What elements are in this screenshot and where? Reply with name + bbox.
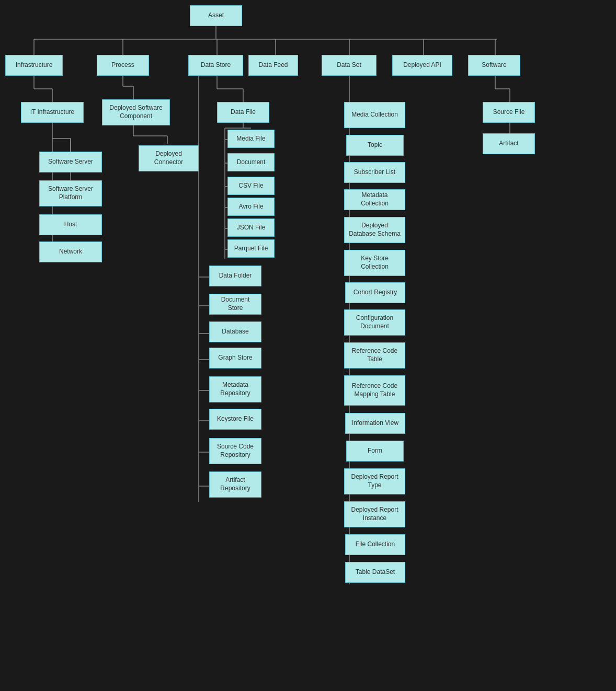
node-datafeed: Data Feed bbox=[248, 55, 298, 76]
node-configurationdocument: Configuration Document bbox=[344, 309, 405, 336]
node-artifactrepository: Artifact Repository bbox=[209, 471, 261, 498]
node-referencecodetable: Reference Code Table bbox=[344, 342, 405, 368]
node-process: Process bbox=[97, 55, 149, 76]
node-deployedconnector: Deployed Connector bbox=[139, 145, 199, 171]
node-datafile: Data File bbox=[217, 102, 269, 123]
node-subscriberlist: Subscriber List bbox=[344, 162, 405, 183]
node-dataset: Data Set bbox=[322, 55, 377, 76]
diagram-container: Asset Infrastructure Process Data Store … bbox=[0, 0, 616, 691]
node-network: Network bbox=[39, 241, 102, 262]
node-graphstore: Graph Store bbox=[209, 348, 261, 368]
node-sourcecoderepository: Source Code Repository bbox=[209, 438, 261, 464]
node-deployedreportinstance: Deployed Report Instance bbox=[344, 501, 405, 527]
node-form: Form bbox=[346, 441, 404, 462]
node-host: Host bbox=[39, 214, 102, 235]
node-mediacollection: Media Collection bbox=[344, 102, 405, 128]
node-deployedreporttype: Deployed Report Type bbox=[344, 468, 405, 494]
node-softwareserverplatform: Software Server Platform bbox=[39, 180, 102, 206]
node-asset: Asset bbox=[190, 5, 242, 26]
node-informationview: Information View bbox=[345, 413, 405, 434]
node-document: Document bbox=[227, 153, 275, 171]
node-cohortregistry: Cohort Registry bbox=[345, 282, 405, 303]
node-artifact: Artifact bbox=[483, 133, 535, 154]
node-infrastructure: Infrastructure bbox=[5, 55, 63, 76]
node-database: Database bbox=[209, 321, 261, 342]
node-keystorecollection: Key Store Collection bbox=[344, 250, 405, 276]
node-deployedsoftwarecomponent: Deployed Software Component bbox=[102, 99, 170, 125]
node-avrofile: Avro File bbox=[227, 198, 275, 216]
node-software: Software bbox=[468, 55, 520, 76]
node-deployeddatabaseschema: Deployed Database Schema bbox=[344, 217, 405, 243]
node-mediafile: Media File bbox=[227, 130, 275, 148]
node-csvfile: CSV File bbox=[227, 177, 275, 195]
node-datafolder: Data Folder bbox=[209, 266, 261, 286]
node-keystorefile: Keystore File bbox=[209, 409, 261, 430]
node-tabledataset: Table DataSet bbox=[345, 562, 405, 583]
node-jsonfile: JSON File bbox=[227, 218, 275, 237]
node-itinfrastructure: IT Infrastructure bbox=[21, 102, 84, 123]
node-metadatarepository: Metadata Repository bbox=[209, 376, 261, 402]
node-referencecodemappingtable: Reference Code Mapping Table bbox=[344, 375, 405, 406]
node-parquetfile: Parquet File bbox=[227, 239, 275, 258]
node-datastore: Data Store bbox=[188, 55, 243, 76]
node-topic: Topic bbox=[346, 135, 404, 156]
node-filecollection: File Collection bbox=[345, 534, 405, 555]
node-sourcefile: Source File bbox=[483, 102, 535, 123]
node-documentstore: Document Store bbox=[209, 294, 261, 315]
node-softwareserver: Software Server bbox=[39, 152, 102, 172]
node-deployedapi: Deployed API bbox=[392, 55, 452, 76]
node-metadatacollection: Metadata Collection bbox=[344, 189, 405, 210]
